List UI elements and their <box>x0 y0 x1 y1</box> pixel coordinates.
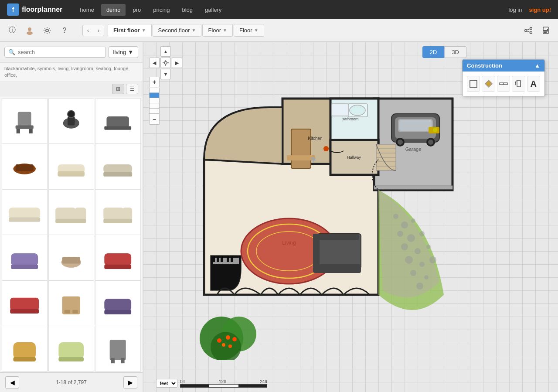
floor-tool[interactable] <box>482 76 495 92</box>
list-item[interactable] <box>95 98 141 144</box>
svg-text:Garage: Garage <box>405 147 422 152</box>
print-button[interactable] <box>539 24 553 37</box>
svg-rect-29 <box>9 218 40 222</box>
list-item[interactable] <box>2 98 48 144</box>
2d-view-button[interactable]: 2D <box>422 46 445 58</box>
panel-header[interactable]: Construction ▲ <box>463 60 544 72</box>
zoom-out-button[interactable]: − <box>149 114 160 125</box>
login-link[interactable]: log in <box>508 7 522 13</box>
scale-bar: feet 0ft 12ft 24ft <box>156 379 267 388</box>
share-button[interactable] <box>521 24 535 37</box>
grid-view-button[interactable]: ⊞ <box>112 84 124 94</box>
forward-button[interactable]: › <box>93 25 104 36</box>
avatar-button[interactable] <box>23 24 37 37</box>
svg-rect-105 <box>213 258 215 262</box>
info-button[interactable]: ⓘ <box>5 24 19 37</box>
svg-rect-55 <box>121 358 125 363</box>
text-tool[interactable]: A <box>527 76 540 92</box>
scale-visual: 0ft 12ft 24ft <box>180 379 267 388</box>
svg-point-119 <box>401 222 408 228</box>
3d-view-button[interactable]: 3D <box>444 46 466 58</box>
list-item[interactable] <box>95 326 141 372</box>
tags-list: blackandwhite, symbols, living, livingro… <box>0 63 143 82</box>
svg-line-7 <box>527 31 530 32</box>
list-item[interactable] <box>2 189 48 235</box>
svg-rect-21 <box>105 126 132 130</box>
floor-tab-third[interactable]: Floor ▼ <box>202 24 233 37</box>
list-item[interactable] <box>2 235 48 280</box>
window-tool[interactable] <box>497 76 510 92</box>
canvas-area[interactable]: ▲ ◀ ▶ ▼ + <box>143 42 558 392</box>
back-button[interactable]: ‹ <box>83 25 93 36</box>
list-item[interactable] <box>2 143 48 189</box>
unit-select[interactable]: feet <box>156 379 177 388</box>
list-item[interactable] <box>48 189 94 235</box>
svg-point-79 <box>428 140 433 145</box>
sidebar: 🔍 living ▼ blackandwhite, symbols, livin… <box>0 42 143 392</box>
svg-rect-23 <box>16 164 34 171</box>
construction-panel: Construction ▲ A <box>462 59 545 96</box>
prev-page-button[interactable]: ◀ <box>5 376 19 389</box>
list-item[interactable] <box>48 235 94 280</box>
logo[interactable]: f floorplanner <box>7 3 62 16</box>
svg-point-19 <box>68 111 75 118</box>
svg-text:Bathroom: Bathroom <box>341 117 358 121</box>
nav-gallery[interactable]: gallery <box>200 4 227 16</box>
svg-rect-103 <box>313 234 320 266</box>
list-item[interactable] <box>48 280 94 326</box>
svg-rect-51 <box>59 342 84 359</box>
svg-rect-26 <box>104 164 133 174</box>
list-item[interactable] <box>48 98 94 144</box>
nav-pro[interactable]: pro <box>127 4 146 16</box>
help-button[interactable]: ? <box>58 24 71 37</box>
svg-point-127 <box>405 256 413 264</box>
category-dropdown[interactable]: living ▼ <box>109 46 139 58</box>
svg-rect-41 <box>105 264 132 269</box>
list-item[interactable] <box>95 280 141 326</box>
list-item[interactable] <box>95 235 141 280</box>
floor-tab-fourth[interactable]: Floor ▼ <box>234 24 264 37</box>
pan-up-button[interactable]: ▲ <box>160 46 171 57</box>
floor-tab-first[interactable]: First floor ▼ <box>108 24 152 37</box>
search-input[interactable] <box>18 49 102 55</box>
settings-button[interactable] <box>40 24 54 37</box>
floor-tabs: First floor ▼ Second floor ▼ Floor ▼ Flo… <box>108 24 264 37</box>
list-item[interactable] <box>48 326 94 372</box>
nav-demo[interactable]: demo <box>101 4 126 16</box>
svg-point-116 <box>232 337 237 341</box>
floor-tab-second[interactable]: Second floor ▼ <box>153 24 202 37</box>
svg-rect-82 <box>291 129 311 168</box>
nav-pricing[interactable]: pricing <box>148 4 175 16</box>
caret-icon: ▼ <box>223 28 227 33</box>
wall-tool[interactable] <box>467 76 480 92</box>
list-view-button[interactable]: ☰ <box>126 84 138 94</box>
list-item[interactable] <box>95 189 141 235</box>
list-item[interactable] <box>2 326 48 372</box>
svg-point-113 <box>217 338 221 343</box>
signup-link[interactable]: sign up! <box>529 7 551 13</box>
svg-point-81 <box>433 128 437 132</box>
svg-rect-52 <box>59 357 84 361</box>
pan-left-button[interactable]: ◀ <box>149 58 160 68</box>
svg-rect-15 <box>17 129 20 133</box>
svg-rect-35 <box>104 219 133 223</box>
pan-center-button[interactable] <box>160 58 171 68</box>
zoom-in-button[interactable]: + <box>149 77 160 87</box>
svg-rect-61 <box>470 80 477 87</box>
next-page-button[interactable]: ▶ <box>123 376 137 389</box>
nav-home[interactable]: home <box>75 4 99 16</box>
list-item[interactable] <box>48 143 94 189</box>
svg-point-78 <box>398 140 403 145</box>
navigation-controls: ▲ ◀ ▶ ▼ <box>149 46 182 79</box>
svg-text:Hallway: Hallway <box>347 155 361 160</box>
list-item[interactable] <box>95 143 141 189</box>
pan-right-button[interactable]: ▶ <box>172 58 182 68</box>
svg-rect-75 <box>399 120 432 131</box>
svg-rect-11 <box>544 32 547 33</box>
nav-blog[interactable]: blog <box>177 4 198 16</box>
door-tool[interactable] <box>512 76 525 92</box>
pan-down-button[interactable]: ▼ <box>160 69 171 79</box>
svg-rect-10 <box>544 31 548 32</box>
list-item[interactable] <box>2 280 48 326</box>
svg-rect-48 <box>105 310 132 314</box>
